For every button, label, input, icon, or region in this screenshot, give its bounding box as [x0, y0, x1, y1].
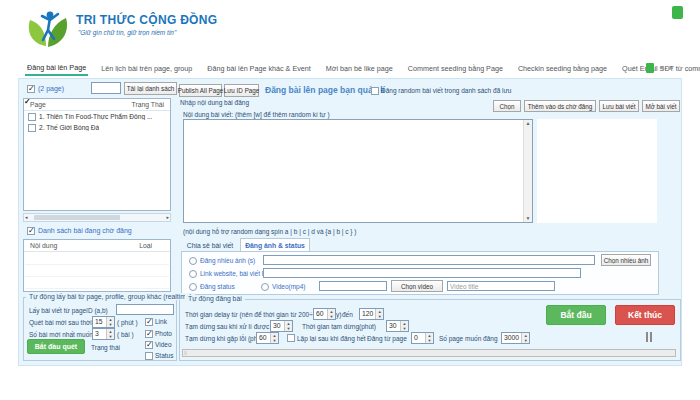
tab-scroll-left-icon[interactable]: ◄ — [658, 63, 665, 73]
pageid-input[interactable] — [116, 304, 174, 315]
save-post-button[interactable]: Lưu bài viết — [599, 100, 639, 112]
stop-posting-button[interactable]: Kết thúc — [615, 305, 675, 325]
spinner-arrows-icon[interactable]: ▲▼ — [270, 333, 278, 343]
brand-title: TRI THỨC CỘNG ĐỒNG — [76, 13, 217, 27]
newest-spinner[interactable]: 3 ▲▼ — [92, 328, 115, 340]
tab-len-lich-bai[interactable]: Lên lịch bài trên page, group — [99, 60, 194, 76]
tab-dang-bai-len-page[interactable]: Đăng bài lên Page — [25, 60, 88, 76]
textarea-vscrollbar[interactable]: ▲ ▼ — [523, 120, 532, 222]
pause-icon[interactable] — [646, 332, 652, 342]
error-pause-spinner[interactable]: 60 ▲▼ — [256, 332, 279, 344]
type-link-checkbox[interactable] — [145, 318, 153, 326]
status-radio-label: Đăng status — [200, 282, 235, 291]
photos-path-input[interactable] — [263, 255, 595, 265]
type-photo-checkbox[interactable] — [145, 330, 153, 338]
pending-list-checkbox[interactable] — [27, 227, 35, 235]
pending-posts-table: Nội dung Loại — [23, 239, 171, 292]
add-to-queue-button[interactable]: Thêm vào ds chờ đăng — [524, 100, 596, 112]
spinner-arrows-icon[interactable]: ▲▼ — [106, 329, 114, 339]
choose-video-button[interactable]: Chọn video — [391, 280, 443, 292]
spinner-value[interactable]: 120 — [360, 309, 375, 319]
video-path-input[interactable] — [319, 281, 387, 291]
error-pause-label: Tạm dừng khi gặp lỗi (phút) — [185, 334, 265, 343]
random-post-label: Đăng random bài viết trong danh sách đã … — [381, 86, 511, 95]
link-url-input[interactable] — [263, 268, 581, 278]
compose-group-label: Nhập nội dung bài đăng — [180, 98, 249, 107]
start-page-spinner[interactable]: 0 ▲▼ — [411, 332, 434, 344]
page-list-header: Page Trạng Thái — [24, 99, 170, 111]
spinner-arrows-icon[interactable]: ▲▼ — [327, 309, 335, 319]
page-count-label: (2 page) — [38, 84, 64, 93]
page-row[interactable]: 2. Thế Giới Bóng Đá — [24, 122, 170, 133]
spinner-value[interactable]: 3 — [93, 329, 106, 339]
pause-minutes-spinner[interactable]: 30 ▲▼ — [386, 320, 409, 332]
spinner-arrows-icon[interactable]: ▲▼ — [284, 321, 292, 331]
scroll-right-icon[interactable]: ▸ — [166, 214, 169, 221]
spinner-arrows-icon[interactable]: ▲▼ — [375, 309, 383, 319]
type-status-checkbox[interactable] — [145, 352, 153, 360]
spinner-arrows-icon[interactable]: ▲▼ — [425, 333, 433, 343]
pause-minutes-label: Thời gian tạm dừng(phút) — [302, 322, 376, 331]
pause-after-spinner[interactable]: 30 ▲▼ — [270, 320, 293, 332]
tab-checkin-seeding[interactable]: Checkin seeding bằng page — [516, 60, 609, 76]
progress-bar — [182, 349, 676, 357]
publish-all-button[interactable]: Publish All Page — [179, 84, 222, 97]
content-label: Nội dung bài viết: (thêm [w] để thêm ran… — [183, 110, 330, 119]
spinner-value[interactable]: 3000 — [502, 333, 521, 343]
page-list-hscrollbar[interactable]: ◂ ▸ — [23, 213, 171, 222]
photos-radio[interactable] — [189, 257, 197, 265]
delay-from-spinner[interactable]: 60 ▲▼ — [313, 308, 336, 320]
tab-moi-ban-be-like[interactable]: Mời bạn bè like page — [324, 60, 395, 76]
start-scan-button[interactable]: Bắt đầu quét — [27, 339, 85, 354]
spinner-value[interactable]: 30 — [271, 321, 284, 331]
spinner-value[interactable]: 0 — [412, 333, 425, 343]
link-radio[interactable] — [189, 270, 197, 278]
open-post-button[interactable]: Mở bài viết — [642, 100, 680, 112]
page-row-checkbox[interactable] — [28, 113, 36, 121]
spinner-value[interactable]: 15 — [93, 317, 106, 327]
tab-comment-seeding[interactable]: Comment seeding bằng Page — [406, 60, 505, 76]
type-video-checkbox[interactable] — [145, 341, 153, 349]
spinner-arrows-icon[interactable]: ▲▼ — [400, 321, 408, 331]
video-radio[interactable] — [261, 283, 269, 291]
auto-fetch-title: Tự động lấy bài từ page, profile, group … — [26, 293, 195, 300]
start-posting-button[interactable]: Bắt đầu — [546, 305, 606, 325]
choose-button[interactable]: Chọn — [493, 100, 521, 112]
scroll-down-icon[interactable]: ▼ — [526, 216, 531, 221]
photos-radio-label: Đăng nhiều ảnh (s) — [200, 256, 255, 265]
save-id-button[interactable]: Lưu ID Page — [224, 84, 259, 97]
scan-interval-spinner[interactable]: 15 ▲▼ — [92, 316, 115, 328]
spinner-arrows-icon[interactable]: ▲▼ — [521, 333, 529, 343]
content-area: (2 page) Tải lại danh sách Page Trạng Th… — [18, 78, 682, 366]
scroll-up-icon[interactable]: ▲ — [526, 121, 531, 126]
select-all-pages-checkbox[interactable] — [27, 85, 35, 93]
scan-interval-unit: ( phút ) — [117, 318, 138, 327]
spinner-value[interactable]: 60 — [257, 333, 270, 343]
page-count-spinner[interactable]: 3000 ▲▼ — [501, 332, 530, 344]
pageid-label: Lấy bài viết từ pageID (a,b) — [29, 306, 108, 315]
scroll-thumb[interactable] — [34, 215, 120, 220]
delay-to-spinner[interactable]: 120 ▲▼ — [359, 308, 384, 320]
spinner-arrows-icon[interactable]: ▲▼ — [106, 317, 114, 327]
spinner-value[interactable]: 60 — [314, 309, 327, 319]
repeat-label: Lặp lại sau khi đăng hết — [297, 334, 366, 343]
page-row-checkbox[interactable] — [28, 124, 36, 132]
page-row[interactable]: 1. Thiên Tín Food-Thực Phẩm Đông ... — [24, 111, 170, 122]
status-radio[interactable] — [189, 283, 197, 291]
choose-photos-button[interactable]: Chọn nhiều ảnh — [601, 254, 651, 266]
tab-dang-bai-page-khac-event[interactable]: Đăng bài lên Page khác & Event — [205, 60, 313, 76]
tab-scroll-right-icon[interactable]: ► — [668, 63, 675, 73]
col-page: Page — [30, 101, 46, 108]
random-post-checkbox[interactable] — [371, 87, 379, 95]
tab-overflow-icon[interactable] — [646, 63, 654, 73]
scroll-left-icon[interactable]: ◂ — [25, 214, 28, 221]
type-video-label: Video — [155, 340, 172, 349]
type-status-label: Status — [155, 351, 173, 360]
post-content-textarea[interactable]: ▲ ▼ — [183, 119, 533, 223]
page-filter-input[interactable] — [91, 82, 121, 94]
reload-pages-button[interactable]: Tải lại danh sách — [124, 82, 177, 95]
repeat-checkbox[interactable] — [287, 334, 295, 342]
spinner-value[interactable]: 30 — [387, 321, 400, 331]
subtab-photo-status[interactable]: Đăng ảnh & status — [240, 238, 310, 252]
video-title-input[interactable]: Video title — [447, 281, 555, 291]
